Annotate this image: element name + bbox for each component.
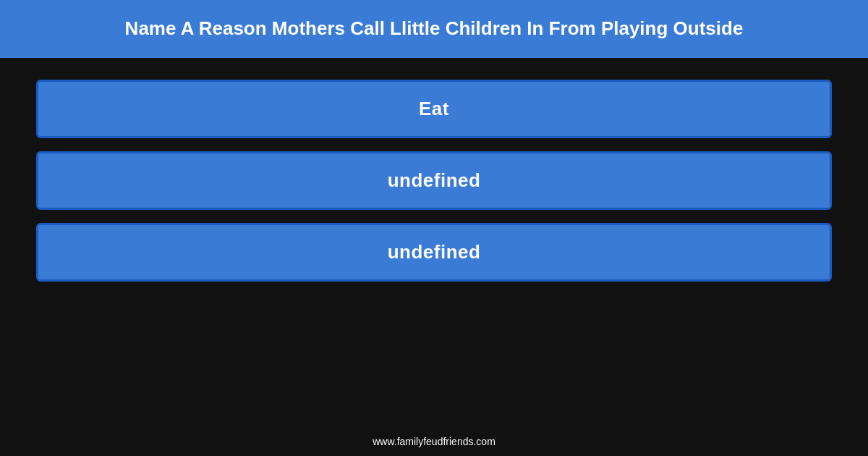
footer-url: www.familyfeudfriends.com: [373, 436, 495, 447]
header-section: Name A Reason Mothers Call Llittle Child…: [0, 0, 868, 58]
answer-text-3: undefined: [388, 241, 481, 263]
answer-text-2: undefined: [388, 169, 481, 192]
answer-text-1: Eat: [419, 98, 449, 120]
answer-button-3[interactable]: undefined: [36, 223, 832, 282]
answers-section: Eat undefined undefined: [0, 58, 868, 427]
question-title: Name A Reason Mothers Call Llittle Child…: [125, 17, 744, 41]
answer-button-2[interactable]: undefined: [36, 151, 832, 210]
answer-button-1[interactable]: Eat: [36, 80, 832, 138]
footer-section: www.familyfeudfriends.com: [0, 427, 868, 456]
